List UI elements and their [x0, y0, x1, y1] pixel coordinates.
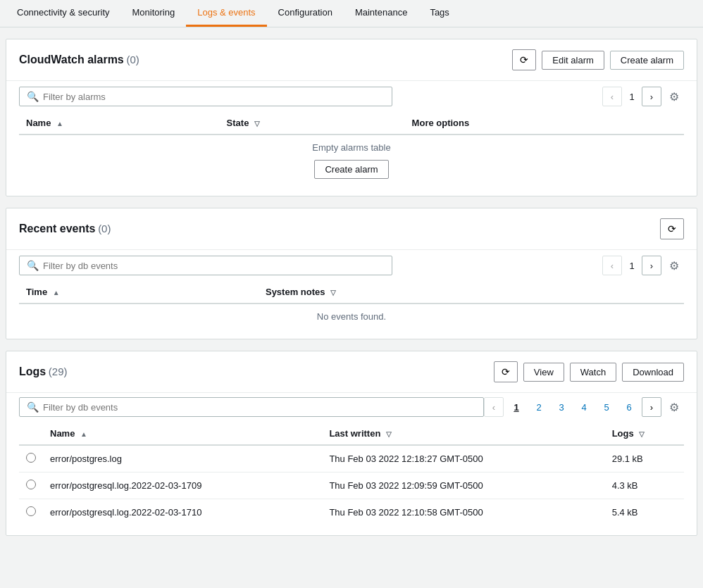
logs-view-button[interactable]: View — [523, 363, 564, 382]
row-last-written: Thu Feb 03 2022 12:10:58 GMT-0500 — [322, 499, 604, 526]
row-log-name: error/postgresql.log.2022-02-03-1709 — [43, 473, 322, 499]
cloudwatch-actions: ⟳ Edit alarm Create alarm — [512, 49, 684, 70]
row-logs-size: 29.1 kB — [605, 445, 684, 473]
logs-panel: Logs (29) ⟳ View Watch Download 🔍 ‹ 1 2 … — [6, 351, 697, 536]
logs-next-btn[interactable]: › — [642, 397, 661, 417]
cloudwatch-search-bar: 🔍 — [19, 87, 392, 106]
logs-table: Name ▲ Last written ▽ Logs ▽ error — [19, 423, 684, 525]
recent-events-actions: ⟳ — [660, 218, 684, 239]
tab-tags[interactable]: Tags — [418, 0, 460, 27]
tab-logs-events[interactable]: Logs & events — [186, 0, 266, 27]
logs-count: (29) — [49, 365, 68, 377]
logs-page-2-btn[interactable]: 2 — [529, 397, 549, 417]
cloudwatch-prev-btn[interactable]: ‹ — [602, 87, 622, 106]
recent-events-search-row: 🔍 ‹ 1 › ⚙ — [6, 250, 697, 281]
col-logs-header[interactable]: Logs ▽ — [605, 423, 684, 445]
recent-events-table-wrap: Time ▲ System notes ▽ No events found. — [6, 281, 697, 339]
row-select-cell[interactable] — [19, 445, 43, 473]
tab-connectivity[interactable]: Connectivity & security — [6, 0, 121, 27]
recent-events-prev-btn[interactable]: ‹ — [602, 256, 622, 275]
cloudwatch-settings-icon[interactable]: ⚙ — [664, 87, 684, 106]
col-system-notes-header[interactable]: System notes ▽ — [259, 281, 684, 304]
row-last-written: Thu Feb 03 2022 12:18:27 GMT-0500 — [322, 445, 604, 473]
logs-prev-btn[interactable]: ‹ — [484, 397, 504, 417]
cloudwatch-table-wrap: Name ▲ State ▽ More options Empty alarms… — [6, 112, 697, 196]
logs-search-pagination-row: 🔍 ‹ 1 2 3 4 5 6 › ⚙ — [6, 393, 697, 423]
logs-page-3-btn[interactable]: 3 — [552, 397, 571, 417]
log-name-sort-asc-icon: ▲ — [80, 430, 87, 438]
recent-events-refresh-button[interactable]: ⟳ — [660, 218, 684, 239]
state-sort-desc-icon: ▽ — [254, 120, 260, 127]
logs-page-4-btn[interactable]: 4 — [574, 397, 594, 417]
refresh-icon: ⟳ — [668, 223, 676, 234]
row-logs-size: 4.3 kB — [605, 473, 684, 499]
logs-sort-desc-icon: ▽ — [639, 430, 645, 438]
cloudwatch-refresh-button[interactable]: ⟳ — [512, 49, 536, 70]
row-last-written: Thu Feb 03 2022 12:09:59 GMT-0500 — [322, 473, 604, 499]
edit-alarm-button[interactable]: Edit alarm — [542, 51, 604, 70]
col-last-written-header[interactable]: Last written ▽ — [322, 423, 604, 445]
tab-bar: Connectivity & security Monitoring Logs … — [0, 0, 703, 27]
recent-events-settings-icon[interactable]: ⚙ — [664, 256, 684, 275]
cloudwatch-empty-create-alarm-button[interactable]: Create alarm — [314, 160, 388, 179]
tab-configuration[interactable]: Configuration — [267, 0, 344, 27]
logs-page-5-btn[interactable]: 5 — [597, 397, 616, 417]
recent-events-empty-row: No events found. — [19, 304, 684, 329]
logs-actions: ⟳ View Watch Download — [494, 361, 684, 382]
recent-events-count: (0) — [98, 223, 111, 234]
cloudwatch-table-body: Empty alarms table Create alarm — [19, 135, 684, 186]
row-log-name: error/postgres.log — [43, 445, 322, 473]
recent-events-next-btn[interactable]: › — [642, 256, 661, 275]
cloudwatch-panel: CloudWatch alarms (0) ⟳ Edit alarm Creat… — [6, 39, 697, 196]
recent-events-page-num: 1 — [626, 261, 637, 271]
logs-settings-icon[interactable]: ⚙ — [664, 397, 684, 417]
cloudwatch-count: (0) — [126, 54, 139, 65]
logs-page-6-btn[interactable]: 6 — [619, 397, 639, 417]
cloudwatch-search-row: 🔍 ‹ 1 › ⚙ — [6, 81, 697, 112]
time-sort-asc-icon: ▲ — [53, 289, 60, 296]
logs-title-text: Logs — [19, 365, 46, 377]
row-radio-input[interactable] — [26, 453, 36, 463]
row-logs-size: 5.4 kB — [605, 499, 684, 526]
create-alarm-button[interactable]: Create alarm — [610, 51, 684, 70]
search-icon: 🔍 — [27, 401, 39, 413]
cloudwatch-table: Name ▲ State ▽ More options Empty alarms… — [19, 112, 684, 186]
logs-page-numbers: 1 2 3 4 5 6 — [506, 397, 639, 417]
recent-events-filter-input[interactable] — [43, 261, 385, 271]
table-row: error/postgres.log Thu Feb 03 2022 12:18… — [19, 445, 684, 473]
cloudwatch-next-btn[interactable]: › — [642, 87, 661, 106]
row-radio-input[interactable] — [26, 506, 36, 516]
col-name-header[interactable]: Name ▲ — [19, 112, 220, 135]
cloudwatch-table-head: Name ▲ State ▽ More options — [19, 112, 684, 135]
cloudwatch-header: CloudWatch alarms (0) ⟳ Edit alarm Creat… — [6, 39, 697, 81]
logs-filter-input[interactable] — [43, 402, 476, 413]
name-sort-asc-icon: ▲ — [56, 120, 63, 127]
logs-watch-button[interactable]: Watch — [570, 363, 616, 382]
col-time-header[interactable]: Time ▲ — [19, 281, 259, 304]
recent-events-pagination: ‹ 1 › — [602, 256, 661, 275]
cloudwatch-title: CloudWatch alarms (0) — [19, 54, 139, 66]
row-select-cell[interactable] — [19, 473, 43, 499]
row-select-cell[interactable] — [19, 499, 43, 526]
cloudwatch-empty-row: Empty alarms table Create alarm — [19, 135, 684, 186]
logs-table-head: Name ▲ Last written ▽ Logs ▽ — [19, 423, 684, 445]
tab-monitoring[interactable]: Monitoring — [121, 0, 187, 27]
logs-refresh-button[interactable]: ⟳ — [494, 361, 518, 382]
logs-table-wrap: Name ▲ Last written ▽ Logs ▽ error — [6, 423, 697, 535]
recent-events-table-head: Time ▲ System notes ▽ — [19, 281, 684, 304]
col-log-name-header[interactable]: Name ▲ — [43, 423, 322, 445]
tab-maintenance[interactable]: Maintenance — [344, 0, 418, 27]
col-state-header[interactable]: State ▽ — [220, 112, 405, 135]
recent-events-header: Recent events (0) ⟳ — [6, 208, 697, 250]
cloudwatch-filter-input[interactable] — [43, 92, 385, 102]
search-icon: 🔍 — [27, 91, 39, 102]
cloudwatch-pagination: ‹ 1 › — [602, 87, 661, 106]
cloudwatch-title-text: CloudWatch alarms — [19, 54, 124, 65]
recent-events-empty-message: No events found. — [19, 304, 684, 329]
logs-page-1-btn[interactable]: 1 — [506, 397, 526, 417]
recent-events-search-bar: 🔍 — [19, 256, 392, 275]
logs-download-button[interactable]: Download — [622, 363, 684, 382]
col-select-header — [19, 423, 43, 445]
row-radio-input[interactable] — [26, 480, 36, 489]
col-more-options-header: More options — [405, 112, 684, 135]
